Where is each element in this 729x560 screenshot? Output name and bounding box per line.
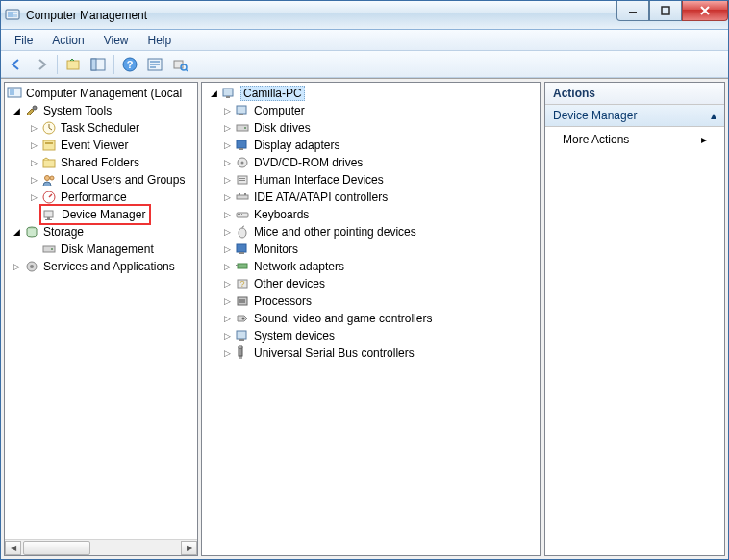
expander-icon[interactable]: ▷ — [221, 209, 233, 220]
tree-local-users[interactable]: ▷ Local Users and Groups — [5, 171, 197, 189]
expander-icon[interactable]: ▷ — [28, 140, 39, 151]
svg-rect-1 — [8, 12, 13, 17]
svg-rect-13 — [150, 64, 160, 65]
expander-icon[interactable]: ▷ — [221, 157, 233, 168]
tree-system-tools[interactable]: ◢ System Tools — [5, 102, 197, 119]
device-tree[interactable]: ◢ Camilla-PC ▷Computer▷Disk drives▷Displ… — [202, 83, 540, 555]
svg-rect-56 — [237, 244, 246, 252]
tree-task-scheduler[interactable]: ▷ Task Scheduler — [5, 119, 197, 137]
expander-icon[interactable]: ▷ — [221, 191, 233, 203]
device-category[interactable]: ▷IDE ATA/ATAPI controllers — [202, 189, 540, 206]
expander-icon[interactable]: ▷ — [221, 295, 233, 307]
device-category[interactable]: ▷Universal Serial Bus controllers — [202, 344, 540, 362]
device-category-label: Disk drives — [254, 121, 311, 135]
users-icon — [41, 172, 57, 188]
tree-label: System Tools — [43, 104, 112, 117]
svg-point-34 — [30, 265, 34, 268]
expander-icon[interactable]: ▷ — [28, 174, 39, 186]
services-icon — [24, 259, 39, 274]
svg-rect-59 — [236, 265, 238, 266]
tree-root[interactable]: Computer Management (Local — [5, 85, 197, 102]
tree-event-viewer[interactable]: ▷ Event Viewer — [5, 137, 197, 154]
up-button[interactable] — [62, 53, 85, 76]
expander-icon[interactable]: ▷ — [28, 157, 39, 168]
expander-icon[interactable]: ▷ — [221, 226, 233, 238]
expander-icon[interactable]: ▷ — [28, 122, 39, 134]
expander-icon[interactable]: ▷ — [221, 140, 233, 151]
tree-shared-folders[interactable]: ▷ Shared Folders — [5, 154, 197, 171]
device-category[interactable]: ▷?Other devices — [202, 275, 540, 293]
svg-rect-46 — [239, 178, 245, 179]
svg-rect-67 — [239, 339, 244, 341]
device-category[interactable]: ▷Monitors — [202, 241, 540, 258]
device-category[interactable]: ▷Processors — [202, 293, 540, 310]
console-tree[interactable]: Computer Management (Local ◢ System Tool… — [5, 83, 197, 539]
expander-icon[interactable]: ▷ — [221, 243, 233, 255]
disk-icon — [41, 242, 57, 257]
expander-icon[interactable]: ▷ — [221, 174, 233, 186]
device-category[interactable]: ▷Mice and other pointing devices — [202, 223, 540, 241]
menu-file[interactable]: File — [7, 32, 40, 49]
expander-icon[interactable]: ▷ — [221, 105, 233, 116]
device-category[interactable]: ▷Network adapters — [202, 258, 540, 275]
svg-rect-14 — [150, 66, 156, 68]
scroll-right-button[interactable]: ▶ — [181, 541, 197, 555]
device-category[interactable]: ▷Sound, video and game controllers — [202, 310, 540, 327]
svg-point-25 — [50, 176, 54, 180]
expander-icon[interactable]: ▷ — [221, 330, 233, 342]
tree-storage[interactable]: ◢ Storage — [5, 223, 197, 241]
expander-icon[interactable]: ▷ — [221, 261, 233, 272]
tree-services-apps[interactable]: ▷ Services and Applications — [5, 258, 197, 275]
forward-button[interactable] — [30, 53, 53, 76]
device-category-label: Computer — [254, 104, 305, 117]
tree-disk-management[interactable]: Disk Management — [5, 241, 197, 258]
device-category-label: Other devices — [254, 277, 325, 291]
help-button[interactable]: ? — [118, 53, 141, 76]
computer-icon — [221, 86, 237, 101]
device-category-label: Mice and other pointing devices — [254, 225, 416, 239]
back-button[interactable] — [5, 53, 28, 76]
expander-icon[interactable]: ▷ — [221, 313, 233, 324]
device-category[interactable]: ▷Disk drives — [202, 119, 540, 137]
expander-icon[interactable]: ◢ — [11, 105, 22, 116]
titlebar[interactable]: Computer Management — [1, 1, 728, 30]
menu-action[interactable]: Action — [44, 32, 91, 49]
scan-hardware-button[interactable] — [168, 53, 191, 76]
horizontal-scrollbar[interactable]: ◀ ▶ — [5, 539, 197, 555]
svg-rect-12 — [150, 61, 160, 63]
properties-button[interactable] — [143, 53, 166, 76]
tree-device-manager[interactable]: Device Manager — [5, 206, 197, 223]
expander-icon[interactable]: ▷ — [221, 347, 233, 359]
actions-more[interactable]: More Actions ▸ — [545, 127, 724, 152]
close-button[interactable] — [682, 1, 728, 21]
expander-icon[interactable]: ◢ — [11, 226, 22, 238]
expander-icon[interactable]: ▷ — [28, 191, 39, 203]
device-category[interactable]: ▷System devices — [202, 327, 540, 344]
device-category[interactable]: ▷Computer — [202, 102, 540, 119]
expander-icon[interactable]: ▷ — [11, 261, 22, 272]
device-root[interactable]: ◢ Camilla-PC — [202, 85, 540, 102]
device-category-icon — [235, 190, 250, 205]
device-category[interactable]: ▷Display adapters — [202, 137, 540, 154]
toolbar: ? — [1, 51, 728, 78]
actions-subheader[interactable]: Device Manager ▴ — [545, 105, 724, 127]
svg-rect-31 — [43, 246, 55, 252]
expander-icon[interactable]: ▷ — [221, 122, 233, 134]
show-hide-tree-button[interactable] — [87, 53, 110, 76]
window-controls — [616, 1, 728, 21]
expander-icon[interactable]: ◢ — [208, 88, 219, 99]
svg-rect-23 — [43, 160, 55, 167]
tree-label: Task Scheduler — [61, 121, 139, 135]
scroll-thumb[interactable] — [23, 541, 90, 555]
expander-icon[interactable]: ▷ — [221, 278, 233, 290]
scroll-left-button[interactable]: ◀ — [5, 541, 21, 555]
menu-help[interactable]: Help — [140, 32, 180, 49]
minimize-button[interactable] — [616, 1, 649, 21]
device-category[interactable]: ▷Human Interface Devices — [202, 171, 540, 189]
tree-label: Computer Management (Local — [26, 87, 182, 100]
menu-view[interactable]: View — [96, 32, 137, 49]
maximize-button[interactable] — [649, 1, 682, 21]
actions-subheader-label: Device Manager — [553, 109, 637, 122]
device-category[interactable]: ▷DVD/CD-ROM drives — [202, 154, 540, 171]
device-category[interactable]: ▷Keyboards — [202, 206, 540, 223]
